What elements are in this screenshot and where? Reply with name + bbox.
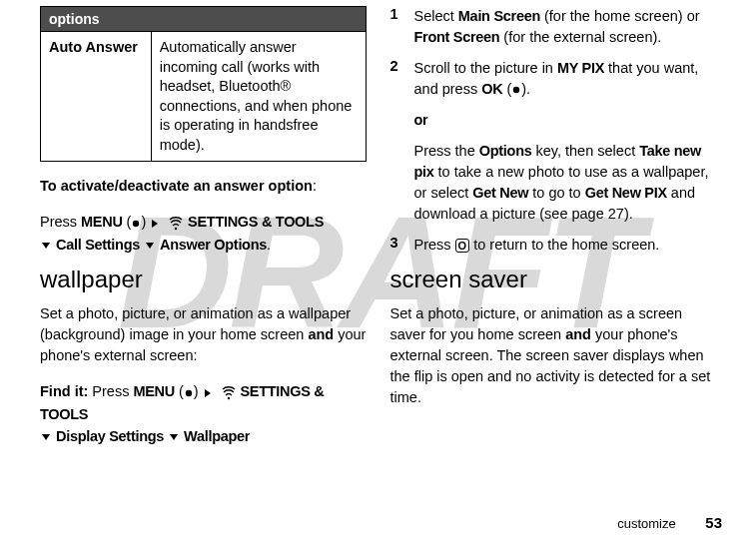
menu-bold-2: MENU bbox=[133, 383, 175, 399]
paren-close: ) bbox=[141, 214, 150, 230]
answer-options: Answer Options bbox=[160, 237, 267, 253]
end-key-icon: O bbox=[455, 239, 470, 253]
display-settings: Display Settings bbox=[56, 428, 164, 444]
svg-point-0 bbox=[133, 220, 139, 226]
or-label: or bbox=[414, 110, 717, 131]
settings-tools: SETTINGS & TOOLS bbox=[184, 214, 324, 230]
left-column: options Auto Answer Automatically answer… bbox=[28, 0, 378, 545]
center-key-icon bbox=[511, 85, 521, 95]
s1-main: Main Screen bbox=[458, 8, 540, 24]
s1-front: Front Screen bbox=[414, 29, 500, 45]
wp-intro-a: Set a photo, picture, or animation as a … bbox=[40, 305, 351, 342]
option-desc: Automatically answer incoming call (work… bbox=[151, 32, 366, 162]
step-3: 3 Press O to return to the home screen. bbox=[390, 235, 717, 256]
findit-press: Press bbox=[92, 383, 133, 399]
svg-point-4 bbox=[513, 87, 519, 93]
s1b: (for the home screen) or bbox=[540, 8, 700, 24]
options-header: options bbox=[41, 7, 367, 32]
s2a: Scroll to the picture in bbox=[414, 60, 557, 76]
s2sd: to go to bbox=[528, 185, 584, 201]
step-2-sub: Press the Options key, then select Take … bbox=[414, 141, 717, 225]
s1a: Select bbox=[414, 8, 458, 24]
findit-label: Find it: bbox=[40, 383, 92, 399]
option-name: Auto Answer bbox=[41, 32, 152, 162]
paren-open: ( bbox=[123, 214, 132, 230]
table-row: Auto Answer Automatically answer incomin… bbox=[41, 32, 367, 162]
findit-line: Find it: Press MENU () SETTINGS & TOOLS … bbox=[40, 380, 367, 447]
screen-saver-heading: screen saver bbox=[390, 266, 717, 293]
svg-point-3 bbox=[228, 396, 230, 398]
right-column: 1 Select Main Screen (for the home scree… bbox=[378, 0, 729, 545]
svg-point-1 bbox=[175, 227, 177, 229]
nav-right-icon bbox=[205, 389, 211, 397]
step-2: 2 Scroll to the picture in MY PIX that y… bbox=[390, 58, 717, 100]
step-body-3: Press O to return to the home screen. bbox=[414, 235, 660, 256]
saver-intro: Set a photo, picture, or animation as a … bbox=[390, 303, 717, 408]
s2c: ( bbox=[502, 81, 511, 97]
wallpaper-intro: Set a photo, picture, or animation as a … bbox=[40, 303, 367, 366]
menu-bold: MENU bbox=[81, 214, 123, 230]
nav-down-icon bbox=[42, 434, 50, 440]
sv-and: and bbox=[565, 326, 591, 342]
step-1: 1 Select Main Screen (for the home scree… bbox=[390, 6, 717, 48]
wallpaper-heading: wallpaper bbox=[40, 266, 367, 293]
step-num-2: 2 bbox=[390, 58, 414, 100]
call-settings: Call Settings bbox=[56, 237, 140, 253]
tools-icon bbox=[221, 386, 237, 400]
options-table: options Auto Answer Automatically answer… bbox=[40, 6, 367, 162]
center-key-icon bbox=[184, 388, 194, 398]
press-menu-line: Press MENU () SETTINGS & TOOLS Call Sett… bbox=[40, 211, 367, 256]
s2sb: key, then select bbox=[531, 143, 639, 159]
s3b: to return to the home screen. bbox=[469, 237, 659, 253]
center-key-icon bbox=[131, 219, 141, 229]
nav-down-icon bbox=[170, 434, 178, 440]
nav-down-icon bbox=[42, 243, 50, 249]
tools-icon bbox=[168, 217, 184, 231]
press-label: Press bbox=[40, 214, 81, 230]
step-body-2: Scroll to the picture in MY PIX that you… bbox=[414, 58, 717, 100]
activate-line: To activate/deactivate an answer option: bbox=[40, 176, 367, 197]
s2-getnew: Get New bbox=[472, 185, 528, 201]
paren-open-2: ( bbox=[175, 383, 184, 399]
nav-right-icon bbox=[152, 220, 158, 228]
step-body-1: Select Main Screen (for the home screen)… bbox=[414, 6, 717, 48]
s2d: ). bbox=[521, 81, 530, 97]
nav-down-icon bbox=[146, 243, 154, 249]
step-num-1: 1 bbox=[390, 6, 414, 48]
s2-getnewpix: Get New PIX bbox=[585, 185, 667, 201]
s2-mypix: MY PIX bbox=[557, 60, 604, 76]
step-num-3: 3 bbox=[390, 235, 414, 256]
activate-bold: To activate/deactivate an answer option bbox=[40, 178, 313, 194]
s3a: Press bbox=[414, 237, 455, 253]
wp-and: and bbox=[308, 326, 334, 342]
s2-ok: OK bbox=[481, 81, 502, 97]
paren-close-2: ) bbox=[194, 383, 203, 399]
s1c: (for the external screen). bbox=[499, 29, 661, 45]
svg-point-2 bbox=[186, 389, 192, 395]
s2sa: Press the bbox=[414, 143, 479, 159]
s2-options: Options bbox=[479, 143, 532, 159]
page-content: options Auto Answer Automatically answer… bbox=[0, 0, 756, 545]
wallpaper-item: Wallpaper bbox=[184, 428, 250, 444]
